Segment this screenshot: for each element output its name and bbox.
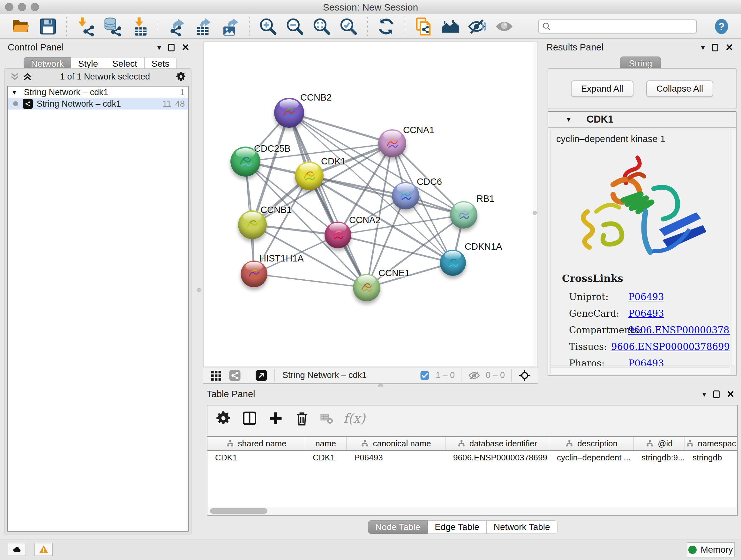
expand-all-networks-icon[interactable] — [22, 72, 33, 81]
zoom-in-icon[interactable] — [258, 17, 278, 37]
tab-edge-table[interactable]: Edge Table — [428, 520, 487, 534]
search-field[interactable] — [538, 19, 697, 34]
network-collection-label: String Network – cdk1 — [24, 87, 108, 98]
network-selection-status: 1 of 1 Network selected — [35, 72, 175, 82]
tree-expand-icon[interactable]: ▼ — [11, 89, 17, 96]
column-header[interactable]: database identifier — [446, 437, 549, 450]
network-node[interactable] — [295, 162, 324, 190]
network-node[interactable] — [378, 129, 406, 158]
entry-header[interactable]: ▼ CDK1 — [548, 112, 736, 128]
import-network-database-icon[interactable] — [103, 17, 122, 37]
import-table-icon[interactable] — [129, 17, 149, 37]
open-session-icon[interactable] — [11, 17, 31, 37]
houses-icon[interactable] — [441, 17, 461, 37]
network-share-icon[interactable] — [228, 369, 241, 382]
import-network-file-icon[interactable] — [76, 17, 95, 37]
panel-menu-icon[interactable]: ▾ — [702, 390, 706, 398]
export-image-icon[interactable] — [220, 17, 240, 37]
delete-column-icon[interactable] — [293, 410, 310, 427]
zoom-out-icon[interactable] — [285, 17, 305, 37]
panel-menu-icon[interactable]: ▾ — [701, 44, 705, 51]
crosslinks-section: CrossLinks Uniprot: P06493 GeneCard: P06… — [562, 273, 730, 366]
panel-menu-icon[interactable]: ▾ — [157, 44, 161, 51]
panel-close-icon[interactable]: ✕ — [727, 389, 735, 399]
column-header[interactable]: description — [549, 437, 634, 450]
clone-network-icon[interactable] — [414, 17, 434, 37]
zoom-selected-icon[interactable] — [339, 17, 358, 37]
tab-node-table[interactable]: Node Table — [368, 520, 428, 534]
help-icon[interactable]: ? — [713, 18, 730, 35]
network-node[interactable] — [353, 274, 381, 301]
splitter-handle[interactable] — [197, 288, 201, 292]
network-collection-row[interactable]: ▼ String Network – cdk1 1 — [8, 86, 188, 98]
network-canvas[interactable]: CCNB2CCNA1CDC25BCDK1CDC6RB1CCNB1CCNA2CDK… — [203, 42, 532, 367]
pharos-link[interactable]: P06493 — [628, 355, 664, 366]
refresh-layout-icon[interactable] — [376, 17, 396, 37]
tissues-link[interactable]: 9606.ENSP00000378699 — [611, 338, 730, 355]
panel-float-icon[interactable] — [168, 44, 175, 51]
network-options-gear-icon[interactable] — [175, 71, 187, 82]
results-splitter[interactable] — [532, 42, 538, 367]
entry-collapse-icon[interactable]: ▼ — [565, 116, 572, 123]
column-header[interactable]: canonical name — [347, 437, 446, 450]
column-header[interactable]: shared name — [207, 437, 305, 450]
hide-graphics-details-icon[interactable] — [468, 17, 487, 37]
crosshair-icon[interactable] — [518, 369, 531, 382]
genecard-link[interactable]: P06493 — [628, 305, 664, 322]
tab-network-table[interactable]: Network Table — [487, 520, 557, 534]
scrollbar-thumb[interactable] — [210, 508, 267, 514]
network-node[interactable] — [274, 98, 304, 128]
protein-thumbnail-icon — [455, 206, 472, 223]
panel-close-icon[interactable]: ✕ — [182, 43, 190, 52]
hidden-eye-icon[interactable] — [468, 369, 480, 381]
table-options-gear-icon[interactable] — [215, 410, 232, 427]
network-node[interactable] — [440, 250, 466, 276]
column-header[interactable]: namespac — [685, 437, 737, 450]
column-header[interactable]: name — [305, 437, 347, 450]
shared-column-icon — [226, 439, 234, 448]
compartments-link[interactable]: 9606.ENSP00000378699 — [628, 322, 730, 338]
node-label: CDKN1A — [465, 241, 502, 252]
column-header[interactable]: @id — [634, 437, 685, 450]
network-row[interactable]: String Network – cdk1 11 48 — [8, 98, 188, 110]
export-network-icon[interactable] — [167, 17, 187, 37]
crosslinks-title: CrossLinks — [562, 273, 730, 284]
save-session-icon[interactable] — [38, 17, 58, 37]
uniprot-link[interactable]: P06493 — [628, 289, 664, 305]
edge-count: 48 — [175, 99, 185, 109]
function-builder-icon: f(x) — [343, 411, 365, 426]
warnings-button[interactable] — [35, 543, 53, 556]
network-node[interactable] — [241, 260, 267, 287]
results-horizontal-scrollbar[interactable] — [550, 367, 730, 374]
search-input[interactable] — [551, 21, 693, 32]
network-node[interactable] — [450, 201, 477, 229]
splitter-handle[interactable] — [533, 211, 537, 215]
protein-thumbnail-icon — [300, 167, 318, 185]
memory-button[interactable]: Memory — [687, 542, 735, 557]
export-table-icon[interactable] — [194, 17, 213, 37]
selected-checkbox-icon[interactable] — [419, 370, 430, 381]
collapse-all-button[interactable]: Collapse All — [646, 80, 713, 97]
network-node[interactable] — [392, 182, 419, 209]
panel-float-icon[interactable] — [712, 44, 718, 51]
show-columns-icon[interactable] — [241, 410, 258, 427]
results-vertical-scrollbar[interactable] — [731, 130, 735, 366]
table-row[interactable]: CDK1 CDK1 P06493 9606.ENSP00000378699 cy… — [207, 451, 737, 464]
zoom-fit-icon[interactable] — [312, 17, 332, 37]
table-horizontal-scrollbar[interactable] — [208, 507, 737, 515]
create-column-icon[interactable] — [267, 410, 284, 427]
shared-column-icon — [457, 439, 466, 448]
entry-description: cyclin–dependent kinase 1 — [550, 130, 730, 146]
detach-view-icon[interactable] — [255, 369, 268, 382]
selected-count: 1 – 0 — [435, 370, 455, 380]
app-window: Session: New Session — [0, 0, 741, 560]
birdseye-view-icon[interactable] — [210, 369, 223, 382]
panel-float-icon[interactable] — [713, 390, 720, 398]
network-node[interactable] — [325, 222, 351, 248]
expand-all-button[interactable]: Expand All — [571, 80, 633, 97]
panel-close-icon[interactable]: ✕ — [725, 43, 733, 52]
current-network-dot-icon — [13, 101, 18, 106]
toolbar-separator — [367, 17, 367, 36]
cloud-button[interactable] — [8, 543, 26, 556]
collapse-all-networks-icon[interactable] — [9, 72, 20, 81]
